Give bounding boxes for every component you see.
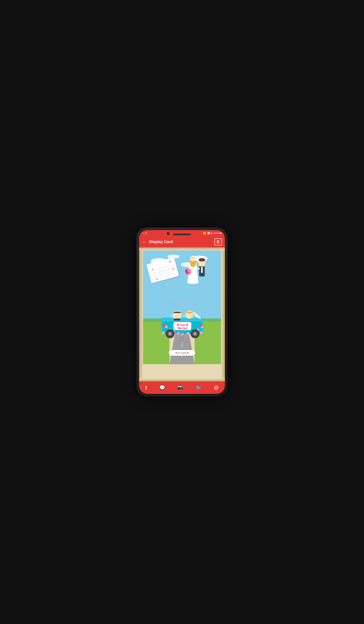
svg-rect-83 <box>181 341 183 345</box>
card-display-area: ♥ ♥ ♥ ♥ <box>139 247 225 381</box>
app-icon-status: f <box>145 232 147 234</box>
svg-point-29 <box>199 258 205 261</box>
time-display: 12:11 PM <box>213 232 222 234</box>
delete-button[interactable]: 🗑 <box>214 238 222 245</box>
signal-text: ×ıll <box>142 232 144 234</box>
nav-bar: ← Display Card 🗑 <box>139 236 225 247</box>
svg-text:♥ In Love ♥: ♥ In Love ♥ <box>175 351 188 355</box>
paper-border-bottom <box>139 378 225 381</box>
svg-text:♥: ♥ <box>172 302 174 305</box>
svg-text:♥: ♥ <box>179 303 181 306</box>
svg-point-12 <box>174 255 179 258</box>
svg-text:🌸: 🌸 <box>162 331 165 334</box>
svg-text:♥: ♥ <box>174 306 176 308</box>
whatsapp-share-button[interactable]: 💬 <box>159 385 165 390</box>
svg-text:♥: ♥ <box>186 302 188 305</box>
paper-border-right <box>221 247 225 381</box>
svg-text:Married: Married <box>178 327 187 330</box>
svg-text:♥: ♥ <box>189 299 191 301</box>
svg-point-8 <box>181 262 188 267</box>
wedding-card: ♥ ♥ ♥ ♥ <box>139 247 225 381</box>
wifi-icon: 📶 <box>203 232 206 235</box>
screen-content: ×ıll f 📶 12:11 PM ← Display <box>139 230 225 394</box>
phone-screen: ×ıll f 📶 12:11 PM ← Display <box>139 230 225 394</box>
svg-point-33 <box>190 259 196 261</box>
paper-border-top <box>139 247 225 251</box>
status-bar: ×ıll f 📶 12:11 PM <box>139 230 225 236</box>
bottom-toolbar: f 💬 📷 🐦 @ <box>139 381 225 394</box>
svg-text:♥: ♥ <box>188 306 189 308</box>
svg-point-38 <box>193 263 194 264</box>
svg-text:🌸: 🌸 <box>200 331 203 334</box>
svg-point-73 <box>199 324 202 327</box>
svg-text:❀ Just ❀: ❀ Just ❀ <box>177 323 188 327</box>
page-title: Display Card <box>149 240 214 244</box>
twitter-share-button[interactable]: 🐦 <box>196 385 202 390</box>
email-share-button[interactable]: @ <box>214 385 219 390</box>
instagram-share-button[interactable]: 📷 <box>178 385 183 390</box>
svg-point-76 <box>169 333 171 335</box>
svg-text:♥: ♥ <box>183 300 184 303</box>
svg-text:♥: ♥ <box>169 300 171 303</box>
svg-text:🌸: 🌸 <box>177 332 180 335</box>
svg-rect-54 <box>174 318 180 320</box>
back-button[interactable]: ← <box>142 239 147 244</box>
status-left: ×ıll f <box>142 232 147 234</box>
svg-text:♥: ♥ <box>192 303 193 305</box>
paper-border-left <box>139 247 143 381</box>
svg-text:♥: ♥ <box>176 299 177 302</box>
svg-point-79 <box>194 333 196 335</box>
status-right: 📶 12:11 PM <box>203 232 222 235</box>
svg-point-37 <box>192 263 193 264</box>
svg-point-72 <box>162 324 165 327</box>
svg-text:🌸: 🌸 <box>186 332 190 335</box>
phone-device: ×ıll f 📶 12:11 PM ← Display <box>136 228 228 396</box>
battery-icon <box>207 232 212 234</box>
svg-point-36 <box>187 269 191 273</box>
card-illustration: ♥ ♥ ♥ ♥ <box>143 251 221 364</box>
facebook-share-button[interactable]: f <box>145 385 147 391</box>
